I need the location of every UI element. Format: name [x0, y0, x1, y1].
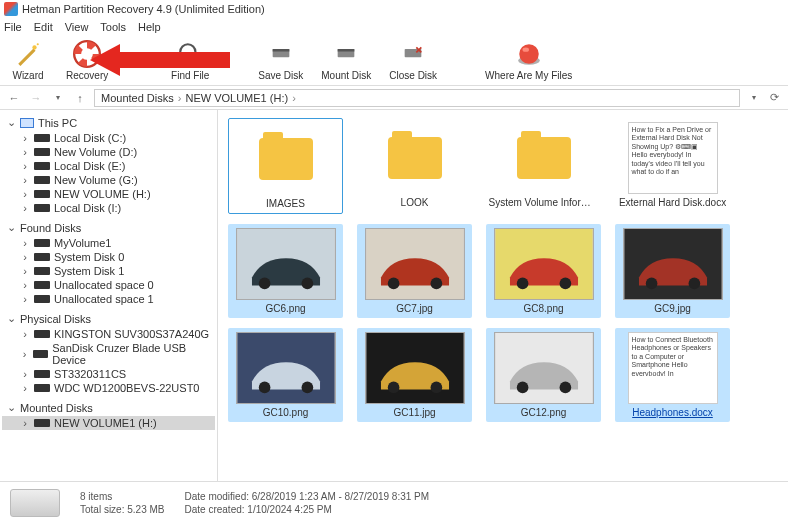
tree-item-label: Unallocated space 0 — [54, 279, 154, 291]
disk-icon — [34, 239, 50, 247]
caret-down-icon: ⌄ — [6, 116, 16, 129]
caret-right-icon: › — [20, 293, 30, 305]
history-dropdown[interactable]: ▾ — [50, 90, 66, 106]
svg-point-15 — [258, 278, 270, 290]
tree-thispc[interactable]: ⌄This PC — [2, 114, 215, 131]
tree-item[interactable]: ›NEW VOLUME (H:) — [2, 187, 215, 201]
file-item[interactable]: How to Connect Bluetooth Headphones or S… — [615, 328, 730, 422]
doc-preview: How to Connect Bluetooth Headphones or S… — [628, 332, 718, 404]
tree-mounted-label: Mounted Disks — [20, 402, 93, 414]
tree-item[interactable]: ›New Volume (D:) — [2, 145, 215, 159]
findfile-button[interactable]: Find File — [170, 40, 210, 81]
tree-physical[interactable]: ⌄Physical Disks — [2, 310, 215, 327]
image-thumbnail — [365, 332, 465, 404]
dropdown-button[interactable]: ▾ — [746, 90, 762, 106]
tree-item[interactable]: ›System Disk 0 — [2, 250, 215, 264]
file-item[interactable]: GC7.jpg — [357, 224, 472, 318]
tree-item[interactable]: ›Unallocated space 1 — [2, 292, 215, 306]
tree-item[interactable]: ›NEW VOLUME1 (H:) — [2, 416, 215, 430]
svg-point-25 — [688, 278, 700, 290]
caret-right-icon: › — [20, 328, 30, 340]
tree-item[interactable]: ›System Disk 1 — [2, 264, 215, 278]
forward-button[interactable]: → — [28, 90, 44, 106]
tree-item[interactable]: ›MyVolume1 — [2, 236, 215, 250]
file-name: GC7.jpg — [396, 303, 433, 314]
menu-file[interactable]: File — [4, 21, 22, 33]
pc-icon — [20, 118, 34, 128]
disk-mount-icon — [332, 40, 360, 68]
up-button[interactable]: ↑ — [72, 90, 88, 106]
mountdisk-button[interactable]: Mount Disk — [321, 40, 371, 81]
chevron-right-icon: › — [178, 92, 182, 104]
image-thumbnail — [494, 228, 594, 300]
svg-point-12 — [522, 48, 529, 52]
file-item[interactable]: LOOK — [357, 118, 472, 214]
tree-item[interactable]: ›Unallocated space 0 — [2, 278, 215, 292]
file-item[interactable]: GC9.jpg — [615, 224, 730, 318]
menu-help[interactable]: Help — [138, 21, 161, 33]
disk-icon — [34, 281, 50, 289]
svg-point-28 — [301, 382, 313, 394]
recovery-label: Recovery — [66, 70, 108, 81]
file-item[interactable]: System Volume Information — [486, 118, 601, 214]
file-item[interactable]: GC12.png — [486, 328, 601, 422]
content-area: ⌄This PC ›Local Disk (C:)›New Volume (D:… — [0, 110, 788, 481]
recovery-button[interactable]: Recovery — [66, 40, 108, 81]
tree-item-label: KINGSTON SUV300S37A240G — [54, 328, 209, 340]
tree-item[interactable]: ›SanDisk Cruzer Blade USB Device — [2, 341, 215, 367]
caret-right-icon: › — [20, 237, 30, 249]
menu-tools[interactable]: Tools — [100, 21, 126, 33]
file-name: Headphones.docx — [632, 407, 713, 418]
drive-icon — [10, 489, 60, 517]
toolbar: Wizard Recovery Find File Save Disk Moun… — [0, 36, 788, 86]
tree-item-label: Local Disk (I:) — [54, 202, 121, 214]
disk-icon — [34, 267, 50, 275]
folder-icon — [388, 137, 442, 179]
window-title: Hetman Partition Recovery 4.9 (Unlimited… — [22, 3, 265, 15]
status-size: Total size: 5.23 MB — [80, 504, 165, 515]
tree-item-label: System Disk 1 — [54, 265, 124, 277]
disk-icon — [34, 162, 50, 170]
menu-view[interactable]: View — [65, 21, 89, 33]
caret-down-icon: ⌄ — [6, 401, 16, 414]
file-item[interactable]: GC10.png — [228, 328, 343, 422]
wand-icon — [14, 40, 42, 68]
breadcrumb-root[interactable]: Mounted Disks — [101, 92, 174, 104]
menu-edit[interactable]: Edit — [34, 21, 53, 33]
wizard-button[interactable]: Wizard — [8, 40, 48, 81]
breadcrumb-path1[interactable]: NEW VOLUME1 (H:) — [185, 92, 288, 104]
file-name: IMAGES — [266, 198, 305, 209]
breadcrumb[interactable]: Mounted Disks › NEW VOLUME1 (H:) › — [94, 89, 740, 107]
svg-point-16 — [301, 278, 313, 290]
back-button[interactable]: ← — [6, 90, 22, 106]
tree-item[interactable]: ›Local Disk (E:) — [2, 159, 215, 173]
wherefiles-button[interactable]: Where Are My Files — [485, 40, 572, 81]
file-item[interactable]: GC11.jpg — [357, 328, 472, 422]
tree-thispc-label: This PC — [38, 117, 77, 129]
tree-mounted[interactable]: ⌄Mounted Disks — [2, 399, 215, 416]
mountdisk-label: Mount Disk — [321, 70, 371, 81]
file-item[interactable]: GC6.png — [228, 224, 343, 318]
file-name: GC10.png — [263, 407, 309, 418]
tree-item[interactable]: ›New Volume (G:) — [2, 173, 215, 187]
caret-right-icon: › — [20, 174, 30, 186]
tree-item[interactable]: ›Local Disk (C:) — [2, 131, 215, 145]
tree-found-label: Found Disks — [20, 222, 81, 234]
refresh-button[interactable]: ⟳ — [766, 90, 782, 106]
tree-found[interactable]: ⌄Found Disks — [2, 219, 215, 236]
image-thumbnail — [494, 332, 594, 404]
disk-icon — [34, 204, 50, 212]
file-item[interactable]: How to Fix a Pen Drive or External Hard … — [615, 118, 730, 214]
tree-item[interactable]: ›Local Disk (I:) — [2, 201, 215, 215]
file-item[interactable]: GC8.png — [486, 224, 601, 318]
caret-right-icon: › — [20, 146, 30, 158]
svg-point-11 — [519, 44, 539, 64]
tree-item[interactable]: ›ST3320311CS — [2, 367, 215, 381]
tree-item[interactable]: ›WDC WD1200BEVS-22UST0 — [2, 381, 215, 395]
status-created: Date created: 1/10/2024 4:25 PM — [185, 504, 430, 515]
disk-icon — [33, 350, 48, 358]
tree-item[interactable]: ›KINGSTON SUV300S37A240G — [2, 327, 215, 341]
closedisk-button[interactable]: Close Disk — [389, 40, 437, 81]
file-item[interactable]: IMAGES — [228, 118, 343, 214]
savedisk-button[interactable]: Save Disk — [258, 40, 303, 81]
